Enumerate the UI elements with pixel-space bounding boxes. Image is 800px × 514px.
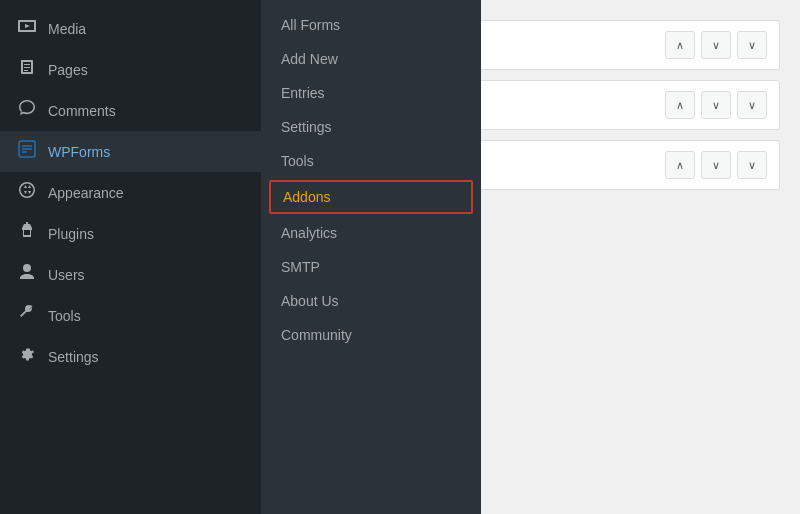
appearance-icon bbox=[16, 180, 38, 205]
pages-icon bbox=[16, 57, 38, 82]
wpforms-icon bbox=[16, 139, 38, 164]
sidebar-item-pages[interactable]: Pages bbox=[0, 49, 261, 90]
sidebar-item-comments[interactable]: Comments bbox=[0, 90, 261, 131]
plugins-icon bbox=[16, 221, 38, 246]
row1-dropdown-button[interactable]: ∨ bbox=[737, 31, 767, 59]
dropdown-item-community[interactable]: Community bbox=[261, 318, 481, 352]
sidebar-item-plugins-label: Plugins bbox=[48, 226, 94, 242]
row1-down-button[interactable]: ∨ bbox=[701, 31, 731, 59]
dropdown-item-tools[interactable]: Tools bbox=[261, 144, 481, 178]
row1-up-button[interactable]: ∧ bbox=[665, 31, 695, 59]
row3-dropdown-button[interactable]: ∨ bbox=[737, 151, 767, 179]
settings-icon bbox=[16, 344, 38, 369]
sidebar-item-tools[interactable]: Tools bbox=[0, 295, 261, 336]
dropdown-item-analytics[interactable]: Analytics bbox=[261, 216, 481, 250]
sidebar-item-wpforms[interactable]: WPForms bbox=[0, 131, 261, 172]
row2-dropdown-button[interactable]: ∨ bbox=[737, 91, 767, 119]
media-icon bbox=[16, 16, 38, 41]
wpforms-dropdown-menu: All Forms Add New Entries Settings Tools… bbox=[261, 0, 481, 514]
sidebar-item-wpforms-label: WPForms bbox=[48, 144, 110, 160]
row2-down-button[interactable]: ∨ bbox=[701, 91, 731, 119]
dropdown-item-addons[interactable]: Addons bbox=[269, 180, 473, 214]
row3-up-button[interactable]: ∧ bbox=[665, 151, 695, 179]
sidebar-item-media[interactable]: Media bbox=[0, 8, 261, 49]
sidebar-item-media-label: Media bbox=[48, 21, 86, 37]
tools-icon bbox=[16, 303, 38, 328]
sidebar-item-appearance-label: Appearance bbox=[48, 185, 124, 201]
sidebar-item-comments-label: Comments bbox=[48, 103, 116, 119]
row2-up-button[interactable]: ∧ bbox=[665, 91, 695, 119]
sidebar-item-appearance[interactable]: Appearance bbox=[0, 172, 261, 213]
sidebar-item-pages-label: Pages bbox=[48, 62, 88, 78]
sidebar-item-settings[interactable]: Settings bbox=[0, 336, 261, 377]
row3-down-button[interactable]: ∨ bbox=[701, 151, 731, 179]
users-icon bbox=[16, 262, 38, 287]
dropdown-item-all-forms[interactable]: All Forms bbox=[261, 8, 481, 42]
sidebar-item-settings-label: Settings bbox=[48, 349, 99, 365]
dropdown-item-smtp[interactable]: SMTP bbox=[261, 250, 481, 284]
sidebar-item-users-label: Users bbox=[48, 267, 85, 283]
dropdown-item-about-us[interactable]: About Us bbox=[261, 284, 481, 318]
comments-icon bbox=[16, 98, 38, 123]
sidebar-item-users[interactable]: Users bbox=[0, 254, 261, 295]
dropdown-item-entries[interactable]: Entries bbox=[261, 76, 481, 110]
dropdown-item-add-new[interactable]: Add New bbox=[261, 42, 481, 76]
dropdown-item-settings[interactable]: Settings bbox=[261, 110, 481, 144]
sidebar-item-plugins[interactable]: Plugins bbox=[0, 213, 261, 254]
sidebar: Media Pages Comments WPForms bbox=[0, 0, 261, 514]
sidebar-item-tools-label: Tools bbox=[48, 308, 81, 324]
